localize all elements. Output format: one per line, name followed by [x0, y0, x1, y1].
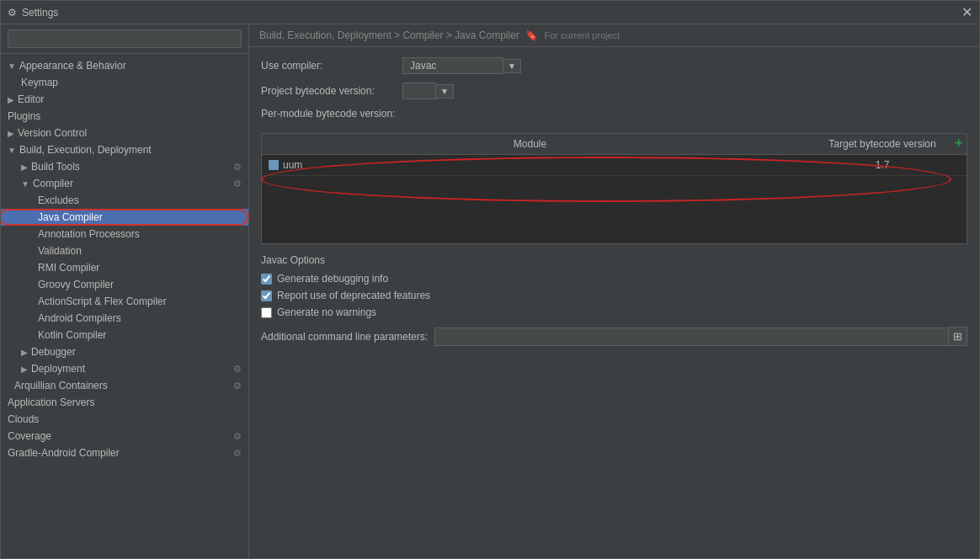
settings-icon: ⚙	[233, 431, 242, 442]
sidebar-item-actionscript[interactable]: ActionScript & Flex Compiler	[1, 293, 248, 310]
cmd-params-expand-btn[interactable]: ⊞	[949, 327, 967, 346]
sidebar-item-build-execution[interactable]: ▼ Build, Execution, Deployment	[1, 141, 248, 158]
cmd-params-input[interactable]	[434, 327, 949, 346]
main-panel: Use compiler: Javac ▼ Project bytecode v…	[249, 47, 979, 558]
sidebar-item-label: Android Compilers	[38, 312, 121, 324]
sidebar-item-label: Excludes	[38, 194, 79, 206]
checkbox-nowarnings: Generate no warnings	[261, 306, 967, 318]
settings-icon: ⚙	[233, 381, 242, 391]
table-header: Module Target bytecode version	[262, 134, 967, 155]
compiler-dropdown-btn[interactable]: ▼	[503, 59, 521, 73]
title-bar-left: ⚙ Settings	[8, 7, 58, 19]
project-bytecode-label: Project bytecode version:	[261, 85, 396, 97]
table-cell-module: uum	[262, 157, 798, 173]
sidebar: ▼ Appearance & Behavior Keymap ▶ Editor …	[1, 24, 249, 558]
checkbox-debug-input[interactable]	[261, 274, 272, 285]
sidebar-item-build-tools[interactable]: ▶ Build Tools ⚙	[1, 158, 248, 175]
sidebar-item-label: Compiler	[33, 178, 73, 189]
column-header-target: Target bytecode version	[798, 136, 967, 152]
sidebar-item-label: Kotlin Compiler	[38, 329, 106, 341]
expand-triangle: ▼	[8, 61, 16, 71]
breadcrumb: Build, Execution, Deployment > Compiler …	[249, 24, 979, 47]
close-button[interactable]: ✕	[961, 4, 972, 20]
sidebar-item-editor[interactable]: ▶ Editor	[1, 91, 248, 108]
main-content: Build, Execution, Deployment > Compiler …	[249, 24, 979, 558]
use-compiler-row: Use compiler: Javac ▼	[261, 57, 967, 74]
per-module-row: Per-module bytecode version:	[261, 108, 967, 125]
sidebar-item-label: Gradle-Android Compiler	[8, 447, 120, 459]
cmd-params-row: Additional command line parameters: ⊞	[261, 327, 967, 346]
sidebar-item-appearance[interactable]: ▼ Appearance & Behavior	[1, 57, 248, 74]
sidebar-item-label: Deployment	[31, 363, 85, 375]
sidebar-item-coverage[interactable]: Coverage ⚙	[1, 428, 248, 445]
sidebar-item-label: Appearance & Behavior	[19, 60, 126, 72]
sidebar-item-java-compiler[interactable]: Java Compiler	[1, 209, 248, 226]
module-table: Module Target bytecode version uum 1.7	[261, 133, 967, 244]
breadcrumb-project: For current project	[545, 30, 620, 40]
sidebar-item-excludes[interactable]: Excludes	[1, 192, 248, 209]
sidebar-item-deployment[interactable]: ▶ Deployment ⚙	[1, 360, 248, 377]
sidebar-item-clouds[interactable]: Clouds	[1, 411, 248, 428]
sidebar-item-rmi-compiler[interactable]: RMI Compiler	[1, 259, 248, 276]
sidebar-item-compiler[interactable]: ▼ Compiler ⚙	[1, 175, 248, 192]
table-row[interactable]: uum 1.7	[262, 155, 967, 176]
sidebar-item-kotlin-compiler[interactable]: Kotlin Compiler	[1, 327, 248, 343]
settings-icon: ⚙	[8, 7, 17, 19]
sidebar-item-label: Keymap	[21, 77, 58, 88]
use-compiler-label: Use compiler:	[261, 60, 396, 72]
settings-icon: ⚙	[233, 364, 242, 375]
checkbox-debug-label: Generate debugging info	[277, 273, 388, 285]
sidebar-item-label: Application Servers	[8, 397, 94, 408]
settings-window: ⚙ Settings ✕ ▼ Appearance & Behavior Key…	[0, 0, 980, 559]
sidebar-item-label: Groovy Compiler	[38, 279, 114, 290]
module-icon	[269, 160, 279, 170]
sidebar-item-label: Editor	[18, 93, 44, 105]
sidebar-item-application-servers[interactable]: Application Servers	[1, 394, 248, 411]
settings-icon: ⚙	[233, 178, 242, 189]
sidebar-item-debugger[interactable]: ▶ Debugger	[1, 343, 248, 360]
add-module-btn[interactable]: +	[954, 136, 963, 151]
sidebar-item-groovy-compiler[interactable]: Groovy Compiler	[1, 276, 248, 293]
settings-icon: ⚙	[233, 162, 242, 173]
per-module-label: Per-module bytecode version:	[261, 108, 395, 120]
sidebar-item-arquillian[interactable]: Arquillian Containers ⚙	[1, 377, 248, 394]
project-bytecode-row: Project bytecode version: ▼	[261, 83, 967, 99]
settings-icon: ⚙	[233, 448, 242, 459]
expand-triangle: ▶	[8, 95, 14, 104]
sidebar-item-annotation-processors[interactable]: Annotation Processors	[1, 226, 248, 242]
sidebar-item-validation[interactable]: Validation	[1, 242, 248, 259]
window-title: Settings	[22, 7, 58, 19]
expand-triangle: ▼	[21, 179, 29, 189]
expand-triangle: ▶	[21, 348, 28, 357]
sidebar-item-label: Plugins	[8, 110, 40, 122]
checkbox-nowarnings-label: Generate no warnings	[277, 306, 376, 318]
sidebar-item-label: Clouds	[8, 413, 39, 425]
cmd-params-label: Additional command line parameters:	[261, 331, 428, 343]
sidebar-item-keymap[interactable]: Keymap	[1, 74, 248, 91]
sidebar-item-label: Arquillian Containers	[14, 380, 108, 391]
content-area: ▼ Appearance & Behavior Keymap ▶ Editor …	[1, 24, 979, 558]
search-input[interactable]	[8, 29, 242, 48]
checkbox-deprecated: Report use of deprecated features	[261, 290, 967, 301]
title-bar: ⚙ Settings ✕	[1, 1, 979, 24]
sidebar-item-label: Version Control	[18, 127, 87, 139]
sidebar-item-android-compilers[interactable]: Android Compilers	[1, 310, 248, 327]
checkbox-nowarnings-input[interactable]	[261, 307, 272, 318]
breadcrumb-icon: 🔖	[525, 29, 538, 41]
search-bar	[1, 24, 248, 54]
bytecode-dropdown-btn[interactable]: ▼	[436, 84, 454, 98]
sidebar-item-gradle-android[interactable]: Gradle-Android Compiler ⚙	[1, 445, 248, 461]
compiler-dropdown[interactable]: Javac	[402, 57, 503, 74]
sidebar-item-label: RMI Compiler	[38, 262, 99, 274]
expand-triangle: ▶	[8, 129, 14, 138]
sidebar-item-label: ActionScript & Flex Compiler	[38, 295, 167, 307]
bytecode-dropdown[interactable]	[402, 83, 436, 99]
expand-triangle: ▶	[21, 162, 28, 172]
javac-options-title: Javac Options	[261, 254, 967, 266]
checkbox-deprecated-input[interactable]	[261, 290, 272, 301]
checkbox-deprecated-label: Report use of deprecated features	[277, 290, 430, 301]
sidebar-item-label: Build Tools	[31, 161, 80, 173]
compiler-select: Javac ▼	[402, 57, 521, 74]
sidebar-item-plugins[interactable]: Plugins	[1, 108, 248, 125]
sidebar-item-version-control[interactable]: ▶ Version Control	[1, 125, 248, 141]
